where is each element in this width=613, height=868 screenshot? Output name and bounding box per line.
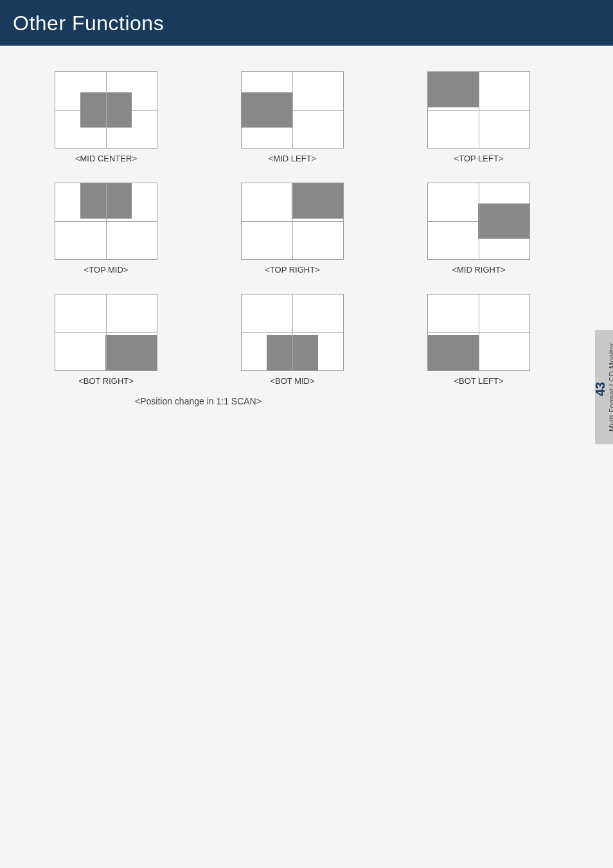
diagram-bot-mid: <BOT MID> <box>206 294 379 386</box>
diagram-box-top-right <box>241 183 344 260</box>
diagram-box-top-mid <box>55 183 157 260</box>
header-bar: Other Functions <box>0 0 613 46</box>
gray-rect-top-mid <box>80 183 132 219</box>
gray-rect-bot-left <box>428 335 479 370</box>
label-bot-mid: <BOT MID> <box>270 376 314 386</box>
diagram-grid: <MID CENTER> <MID LEFT> <TOP LEFT> <T <box>19 71 565 386</box>
label-top-mid: <TOP MID> <box>84 265 129 275</box>
gray-rect-mid-right <box>478 204 529 239</box>
diagram-bot-right: <BOT RIGHT> <box>19 294 193 386</box>
gray-rect-mid-left <box>242 93 293 128</box>
gray-rect-top-left <box>428 72 479 107</box>
diagram-box-mid-right <box>427 183 530 260</box>
label-bot-right: <BOT RIGHT> <box>78 376 134 386</box>
label-mid-right: <MID RIGHT> <box>452 265 505 275</box>
page-title: Other Functions <box>13 12 164 35</box>
side-tab-number: 43 <box>593 382 608 396</box>
diagram-mid-center: <MID CENTER> <box>19 71 193 163</box>
side-tab-text: Multi Format LCD Monitor <box>608 343 614 431</box>
position-change-label: <Position change in 1:1 SCAN> <box>135 396 594 406</box>
gray-rect-bot-right <box>105 335 157 370</box>
diagram-box-mid-left <box>241 71 344 149</box>
gray-rect-mid-center <box>80 93 132 128</box>
diagram-box-bot-mid <box>241 294 344 371</box>
page-wrapper: Other Functions <MID CENTER> <MID LEFT> <box>0 0 613 868</box>
diagram-box-mid-center <box>55 71 157 149</box>
diagram-top-left: <TOP LEFT> <box>392 71 565 163</box>
diagram-box-bot-left <box>427 294 530 371</box>
label-mid-center: <MID CENTER> <box>75 154 137 163</box>
main-content: <MID CENTER> <MID LEFT> <TOP LEFT> <T <box>0 65 613 432</box>
diagram-box-top-left <box>427 71 530 149</box>
label-top-right: <TOP RIGHT> <box>265 265 320 275</box>
gray-rect-top-right <box>292 183 343 219</box>
label-top-left: <TOP LEFT> <box>454 154 504 163</box>
diagram-bot-left: <BOT LEFT> <box>392 294 565 386</box>
diagram-top-mid: <TOP MID> <box>19 183 193 275</box>
gray-rect-bot-mid <box>267 335 318 370</box>
diagram-mid-left: <MID LEFT> <box>206 71 379 163</box>
label-mid-left: <MID LEFT> <box>269 154 316 163</box>
side-tab: Multi Format LCD Monitor 43 <box>595 330 613 444</box>
label-bot-left: <BOT LEFT> <box>454 376 503 386</box>
diagram-mid-right: <MID RIGHT> <box>392 183 565 275</box>
diagram-box-bot-right <box>55 294 157 371</box>
diagram-top-right: <TOP RIGHT> <box>206 183 379 275</box>
